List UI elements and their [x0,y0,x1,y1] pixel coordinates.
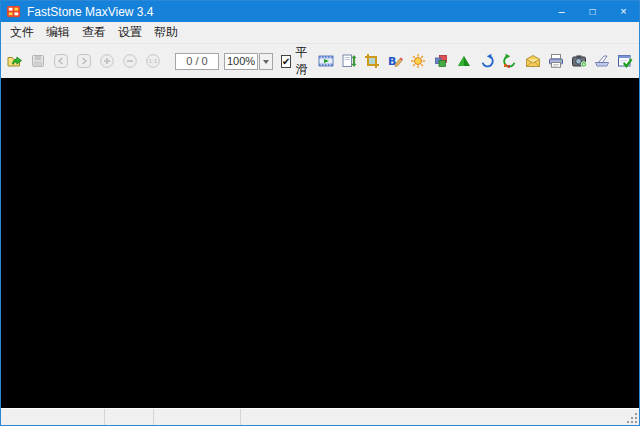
fullscreen-button[interactable] [636,51,640,71]
smooth-checkbox[interactable]: ✔ [281,55,291,68]
statusbar-panel-2 [105,409,154,425]
zoom-level-field[interactable]: 100% [224,53,258,70]
rotate-left-icon [479,53,495,69]
zoom-out-button [118,51,141,71]
actual-size-button: 1:1 [141,51,164,71]
resize-icon [341,53,357,69]
scan-icon [594,53,610,69]
menu-file[interactable]: 文件 [4,22,40,43]
crop-icon [364,53,380,69]
statusbar-panel-4 [241,409,639,425]
menu-edit[interactable]: 编辑 [40,22,76,43]
settings-icon [617,53,633,69]
email-icon [525,53,541,69]
levels-icon [456,53,472,69]
next-image-button [72,51,95,71]
close-button[interactable]: × [608,1,639,22]
colors-button[interactable] [406,51,429,71]
previous-image-icon [53,53,69,69]
minimize-button[interactable]: – [546,1,577,22]
print-icon [548,53,564,69]
effects-button[interactable] [429,51,452,71]
toolbar: 1:1 0 / 0 100% ✔ 平滑 [1,43,639,78]
image-canvas[interactable] [1,78,639,408]
menu-help[interactable]: 帮助 [148,22,184,43]
statusbar-panel-1 [1,409,105,425]
actual-size-icon: 1:1 [145,53,161,69]
statusbar-panel-3 [154,409,241,425]
rotate-right-icon [502,53,518,69]
zoom-dropdown-button[interactable] [259,53,273,70]
draw-board-button[interactable]: B [383,51,406,71]
menu-view[interactable]: 查看 [76,22,112,43]
checkmark-icon: ✔ [282,56,290,67]
levels-button[interactable] [452,51,475,71]
colors-icon [410,53,426,69]
effects-icon [433,53,449,69]
close-icon: × [620,6,626,17]
app-logo-icon [6,4,21,19]
resize-grip-icon[interactable] [627,413,637,423]
menu-bar: 文件 编辑 查看 设置 帮助 [1,22,639,43]
draw-board-icon: B [387,53,403,69]
zoom-out-icon [122,53,138,69]
image-counter-field[interactable]: 0 / 0 [175,53,219,70]
scan-button[interactable] [590,51,613,71]
app-window: FastStone MaxView 3.4 – □ × 文件 编辑 查看 设置 … [0,0,640,426]
save-icon [30,53,46,69]
screen-capture-icon [571,53,587,69]
settings-check-button[interactable] [613,51,636,71]
slideshow-button[interactable] [314,51,337,71]
email-button[interactable] [521,51,544,71]
title-bar: FastStone MaxView 3.4 – □ × [1,1,639,22]
chevron-down-icon [263,60,269,67]
crop-button[interactable] [360,51,383,71]
previous-image-button [49,51,72,71]
window-title: FastStone MaxView 3.4 [27,5,154,19]
maximize-button[interactable]: □ [577,1,608,22]
open-button[interactable] [3,51,26,71]
rotate-left-button[interactable] [475,51,498,71]
minimize-icon: – [558,6,564,17]
zoom-in-icon [99,53,115,69]
maximize-icon: □ [589,6,595,17]
status-bar [1,408,639,425]
smooth-option: ✔ 平滑 [281,44,310,78]
resize-button[interactable] [337,51,360,71]
toolbar-right-group: B [314,51,636,71]
rotate-right-button[interactable] [498,51,521,71]
smooth-label: 平滑 [295,44,310,78]
zoom-in-button [95,51,118,71]
next-image-icon [76,53,92,69]
print-button[interactable] [544,51,567,71]
save-button [26,51,49,71]
svg-text:1:1: 1:1 [148,58,157,64]
screen-capture-button[interactable] [567,51,590,71]
zoom-combo: 100% [224,53,273,70]
open-folder-icon [7,53,23,69]
slideshow-icon [318,53,334,69]
menu-settings[interactable]: 设置 [112,22,148,43]
